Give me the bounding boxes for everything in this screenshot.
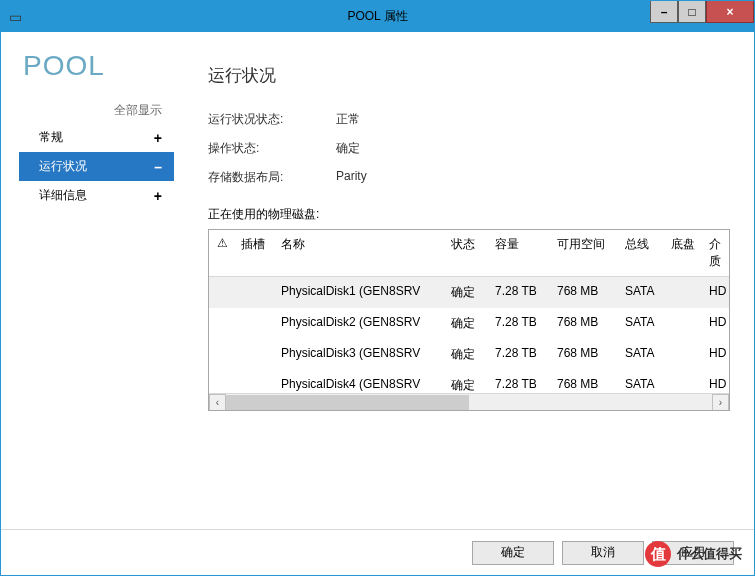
table-row[interactable]: PhysicalDisk2 (GEN8SRV确定7.28 TB768 MBSAT…: [209, 308, 729, 339]
col-slot[interactable]: 插槽: [235, 234, 275, 272]
info-row-health: 运行状况状态: 正常: [208, 111, 730, 128]
cell-status: 确定: [445, 344, 489, 365]
main-panel: 运行状况 运行状况状态: 正常 操作状态: 确定 存储数据布局: Parity …: [174, 36, 736, 528]
titlebar[interactable]: ▭ POOL 属性 – □ ×: [1, 1, 754, 32]
cell-status: 确定: [445, 282, 489, 303]
cell-name: PhysicalDisk2 (GEN8SRV: [275, 313, 445, 334]
col-free[interactable]: 可用空间: [551, 234, 619, 272]
cell-status: 确定: [445, 313, 489, 334]
table-header: ⚠ 插槽 名称 状态 容量 可用空间 总线 底盘 介质: [209, 230, 729, 277]
cell-warn: [209, 313, 235, 334]
collapse-icon: –: [154, 159, 162, 175]
col-bus[interactable]: 总线: [619, 234, 665, 272]
horizontal-scrollbar[interactable]: ‹ ›: [209, 393, 729, 410]
cell-warn: [209, 282, 235, 303]
info-label: 存储数据布局:: [208, 169, 336, 186]
cell-bus: SATA: [619, 313, 665, 334]
window-controls: – □ ×: [650, 1, 754, 23]
cell-slot: [235, 313, 275, 334]
cell-bus: SATA: [619, 282, 665, 303]
expand-icon: +: [154, 130, 162, 146]
cell-slot: [235, 344, 275, 365]
cell-capacity: 7.28 TB: [489, 313, 551, 334]
cell-chassis: [665, 344, 703, 365]
cell-warn: [209, 344, 235, 365]
scroll-right-button[interactable]: ›: [712, 394, 729, 411]
cell-capacity: 7.28 TB: [489, 344, 551, 365]
sidebar: POOL 全部显示 常规 + 运行状况 – 详细信息 +: [19, 36, 174, 528]
expand-icon: +: [154, 188, 162, 204]
info-row-layout: 存储数据布局: Parity: [208, 169, 730, 186]
sidebar-item-health[interactable]: 运行状况 –: [19, 152, 174, 181]
sidebar-item-general[interactable]: 常规 +: [19, 123, 174, 152]
sidebar-item-label: 详细信息: [39, 187, 87, 204]
col-status[interactable]: 状态: [445, 234, 489, 272]
window-title: POOL 属性: [347, 8, 407, 25]
sidebar-item-details[interactable]: 详细信息 +: [19, 181, 174, 210]
table-body: PhysicalDisk1 (GEN8SRV确定7.28 TB768 MBSAT…: [209, 277, 729, 401]
cell-name: PhysicalDisk3 (GEN8SRV: [275, 344, 445, 365]
window-icon: ▭: [9, 9, 22, 25]
footer: 确定 取消 应用: [1, 529, 754, 575]
scroll-track[interactable]: [226, 394, 712, 411]
cell-media: HD: [703, 313, 729, 334]
cell-free: 768 MB: [551, 282, 619, 303]
cell-bus: SATA: [619, 344, 665, 365]
cell-name: PhysicalDisk1 (GEN8SRV: [275, 282, 445, 303]
info-label: 运行状况状态:: [208, 111, 336, 128]
section-title: 运行状况: [208, 64, 730, 87]
col-capacity[interactable]: 容量: [489, 234, 551, 272]
cell-chassis: [665, 313, 703, 334]
sidebar-item-label: 常规: [39, 129, 63, 146]
close-button[interactable]: ×: [706, 1, 754, 23]
info-row-operation: 操作状态: 确定: [208, 140, 730, 157]
col-name[interactable]: 名称: [275, 234, 445, 272]
cell-chassis: [665, 282, 703, 303]
scroll-thumb[interactable]: [226, 395, 469, 410]
cancel-button[interactable]: 取消: [562, 541, 644, 565]
info-value: 确定: [336, 140, 360, 157]
col-chassis[interactable]: 底盘: [665, 234, 703, 272]
col-warn[interactable]: ⚠: [209, 234, 235, 272]
col-media[interactable]: 介质: [703, 234, 729, 272]
scroll-left-button[interactable]: ‹: [209, 394, 226, 411]
cell-capacity: 7.28 TB: [489, 282, 551, 303]
info-value: Parity: [336, 169, 367, 186]
table-row[interactable]: PhysicalDisk3 (GEN8SRV确定7.28 TB768 MBSAT…: [209, 339, 729, 370]
cell-media: HD: [703, 344, 729, 365]
cell-slot: [235, 282, 275, 303]
apply-button[interactable]: 应用: [652, 541, 734, 565]
disk-table: ⚠ 插槽 名称 状态 容量 可用空间 总线 底盘 介质 PhysicalDisk…: [208, 229, 730, 411]
cell-media: HD: [703, 282, 729, 303]
maximize-button[interactable]: □: [678, 1, 706, 23]
ok-button[interactable]: 确定: [472, 541, 554, 565]
minimize-button[interactable]: –: [650, 1, 678, 23]
disks-label: 正在使用的物理磁盘:: [208, 206, 730, 223]
info-label: 操作状态:: [208, 140, 336, 157]
cell-free: 768 MB: [551, 313, 619, 334]
sidebar-item-label: 运行状况: [39, 158, 87, 175]
pool-title: POOL: [23, 50, 174, 82]
info-value: 正常: [336, 111, 360, 128]
table-row[interactable]: PhysicalDisk1 (GEN8SRV确定7.28 TB768 MBSAT…: [209, 277, 729, 308]
content-area: POOL 全部显示 常规 + 运行状况 – 详细信息 + 运行状况 运行状况状态…: [1, 32, 754, 528]
show-all-link[interactable]: 全部显示: [19, 102, 174, 119]
cell-free: 768 MB: [551, 344, 619, 365]
